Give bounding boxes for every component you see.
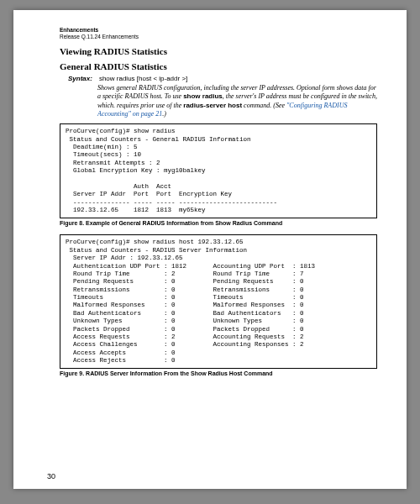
header-title: Enhancements bbox=[60, 27, 377, 34]
syntax-bold-2: radius-server host bbox=[183, 102, 242, 109]
syntax-desc-text4: .) bbox=[162, 110, 166, 118]
section-heading-1: Viewing RADIUS Statistics bbox=[60, 46, 377, 56]
syntax-command: show radius [host < ip-addr >] bbox=[99, 75, 187, 82]
figure-caption-1: Figure 8. Example of General RADIUS Info… bbox=[60, 220, 377, 226]
figure-caption-2: Figure 9. RADIUS Server Information From… bbox=[60, 370, 377, 376]
syntax-label: Syntax: bbox=[68, 75, 92, 82]
syntax-block: Syntax: show radius [host < ip-addr >] bbox=[68, 75, 377, 82]
syntax-description: Shows general RADIUS configuration, incl… bbox=[97, 84, 377, 119]
section-heading-2: General RADIUS Statistics bbox=[60, 61, 377, 71]
document-page: Enhancements Release Q.11.24 Enhancement… bbox=[13, 10, 407, 489]
syntax-desc-text3: command. (See bbox=[242, 102, 286, 109]
page-number: 30 bbox=[47, 472, 55, 480]
code-box-1: ProCurve(config)# show radius Status and… bbox=[60, 123, 377, 218]
syntax-bold-1: show radius bbox=[183, 92, 223, 100]
code-box-2: ProCurve(config)# show radius host 192.3… bbox=[60, 234, 377, 369]
header-subtitle: Release Q.11.24 Enhancements bbox=[60, 34, 377, 39]
